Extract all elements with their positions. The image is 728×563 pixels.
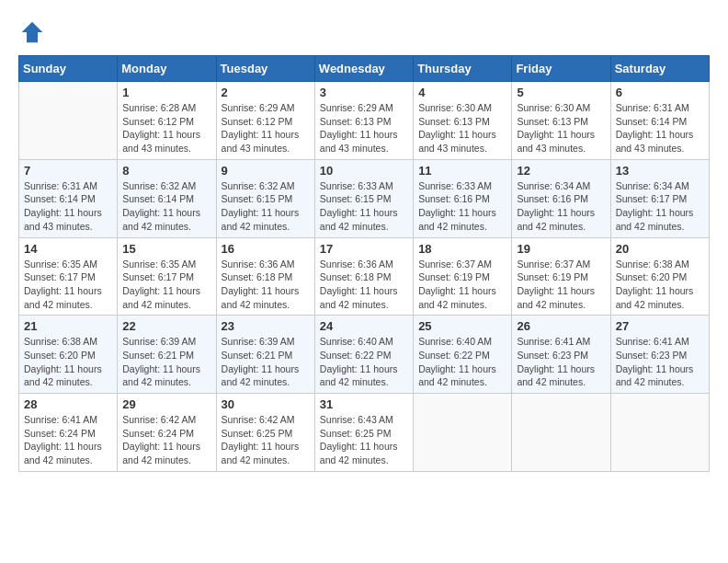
header-wednesday: Wednesday [314,56,413,82]
day-number: 15 [122,242,210,256]
header-saturday: Saturday [610,56,709,82]
day-number: 27 [616,319,704,333]
day-number: 9 [222,164,310,178]
day-info: Sunrise: 6:39 AM Sunset: 6:21 PM Dayligh… [222,335,310,389]
day-info: Sunrise: 6:35 AM Sunset: 6:17 PM Dayligh… [122,258,210,312]
day-info: Sunrise: 6:29 AM Sunset: 6:12 PM Dayligh… [222,101,310,155]
calendar-cell: 14Sunrise: 6:35 AM Sunset: 6:17 PM Dayli… [19,237,118,316]
day-number: 5 [517,86,605,99]
day-number: 22 [122,319,210,333]
day-info: Sunrise: 6:36 AM Sunset: 6:18 PM Dayligh… [320,258,408,312]
calendar-cell: 27Sunrise: 6:41 AM Sunset: 6:23 PM Dayli… [610,316,709,394]
day-number: 6 [616,86,704,99]
calendar-cell: 17Sunrise: 6:36 AM Sunset: 6:18 PM Dayli… [314,237,413,316]
calendar-week-row: 7Sunrise: 6:31 AM Sunset: 6:14 PM Daylig… [19,159,710,237]
day-number: 29 [122,397,210,411]
logo-icon [18,18,46,46]
calendar-cell: 6Sunrise: 6:31 AM Sunset: 6:14 PM Daylig… [610,82,709,160]
calendar-cell [19,82,118,160]
calendar-table: SundayMondayTuesdayWednesdayThursdayFrid… [18,55,710,472]
day-info: Sunrise: 6:34 AM Sunset: 6:16 PM Dayligh… [517,179,605,234]
day-info: Sunrise: 6:43 AM Sunset: 6:25 PM Dayligh… [320,413,408,467]
day-info: Sunrise: 6:34 AM Sunset: 6:17 PM Dayligh… [616,179,704,234]
day-number: 1 [122,86,210,99]
calendar-cell: 1Sunrise: 6:28 AM Sunset: 6:12 PM Daylig… [118,82,216,160]
header-sunday: Sunday [19,56,118,82]
day-info: Sunrise: 6:40 AM Sunset: 6:22 PM Dayligh… [320,335,408,389]
calendar-cell: 29Sunrise: 6:42 AM Sunset: 6:24 PM Dayli… [118,394,216,472]
day-info: Sunrise: 6:41 AM Sunset: 6:24 PM Dayligh… [24,413,112,467]
calendar-cell: 2Sunrise: 6:29 AM Sunset: 6:12 PM Daylig… [216,82,314,160]
calendar-cell: 4Sunrise: 6:30 AM Sunset: 6:13 PM Daylig… [414,82,512,160]
day-number: 16 [222,242,310,256]
day-number: 31 [320,397,408,411]
day-info: Sunrise: 6:31 AM Sunset: 6:14 PM Dayligh… [24,179,112,234]
calendar-cell: 7Sunrise: 6:31 AM Sunset: 6:14 PM Daylig… [19,159,118,237]
calendar-cell: 31Sunrise: 6:43 AM Sunset: 6:25 PM Dayli… [314,394,413,472]
page-header [18,18,710,46]
calendar-cell: 5Sunrise: 6:30 AM Sunset: 6:13 PM Daylig… [512,82,610,160]
day-info: Sunrise: 6:29 AM Sunset: 6:13 PM Dayligh… [320,101,408,155]
day-number: 3 [320,86,408,99]
day-info: Sunrise: 6:28 AM Sunset: 6:12 PM Dayligh… [122,101,210,155]
day-number: 17 [320,242,408,256]
day-info: Sunrise: 6:31 AM Sunset: 6:14 PM Dayligh… [616,101,704,155]
header-friday: Friday [512,56,610,82]
calendar-cell: 10Sunrise: 6:33 AM Sunset: 6:15 PM Dayli… [314,159,413,237]
day-number: 11 [418,164,506,178]
calendar-cell: 3Sunrise: 6:29 AM Sunset: 6:13 PM Daylig… [314,82,413,160]
day-number: 7 [24,164,112,178]
day-info: Sunrise: 6:39 AM Sunset: 6:21 PM Dayligh… [122,335,210,389]
day-info: Sunrise: 6:38 AM Sunset: 6:20 PM Dayligh… [24,335,112,389]
day-number: 18 [418,242,506,256]
calendar-cell [610,394,709,472]
calendar-cell: 9Sunrise: 6:32 AM Sunset: 6:15 PM Daylig… [216,159,314,237]
calendar-week-row: 1Sunrise: 6:28 AM Sunset: 6:12 PM Daylig… [19,82,710,160]
calendar-week-row: 21Sunrise: 6:38 AM Sunset: 6:20 PM Dayli… [19,316,710,394]
calendar-cell: 18Sunrise: 6:37 AM Sunset: 6:19 PM Dayli… [414,237,512,316]
day-number: 19 [517,242,605,256]
calendar-cell: 23Sunrise: 6:39 AM Sunset: 6:21 PM Dayli… [216,316,314,394]
calendar-cell: 8Sunrise: 6:32 AM Sunset: 6:14 PM Daylig… [118,159,216,237]
calendar-cell: 22Sunrise: 6:39 AM Sunset: 6:21 PM Dayli… [118,316,216,394]
day-number: 23 [222,319,310,333]
svg-marker-0 [22,22,43,43]
day-number: 14 [24,242,112,256]
calendar-cell: 19Sunrise: 6:37 AM Sunset: 6:19 PM Dayli… [512,237,610,316]
calendar-cell: 28Sunrise: 6:41 AM Sunset: 6:24 PM Dayli… [19,394,118,472]
day-info: Sunrise: 6:42 AM Sunset: 6:24 PM Dayligh… [122,413,210,467]
day-number: 20 [616,242,704,256]
day-info: Sunrise: 6:35 AM Sunset: 6:17 PM Dayligh… [24,258,112,312]
calendar-cell: 13Sunrise: 6:34 AM Sunset: 6:17 PM Dayli… [610,159,709,237]
day-info: Sunrise: 6:32 AM Sunset: 6:15 PM Dayligh… [222,179,310,234]
day-number: 10 [320,164,408,178]
calendar-cell: 20Sunrise: 6:38 AM Sunset: 6:20 PM Dayli… [610,237,709,316]
header-monday: Monday [118,56,216,82]
day-number: 4 [418,86,506,99]
day-number: 8 [122,164,210,178]
calendar-cell: 26Sunrise: 6:41 AM Sunset: 6:23 PM Dayli… [512,316,610,394]
day-info: Sunrise: 6:30 AM Sunset: 6:13 PM Dayligh… [418,101,506,155]
day-info: Sunrise: 6:42 AM Sunset: 6:25 PM Dayligh… [222,413,310,467]
calendar-cell: 11Sunrise: 6:33 AM Sunset: 6:16 PM Dayli… [414,159,512,237]
day-number: 26 [517,319,605,333]
day-number: 28 [24,397,112,411]
day-number: 2 [222,86,310,99]
day-number: 13 [616,164,704,178]
day-info: Sunrise: 6:37 AM Sunset: 6:19 PM Dayligh… [517,258,605,312]
logo [18,18,50,46]
day-number: 21 [24,319,112,333]
calendar-cell [512,394,610,472]
header-tuesday: Tuesday [216,56,314,82]
header-thursday: Thursday [414,56,512,82]
calendar-cell: 24Sunrise: 6:40 AM Sunset: 6:22 PM Dayli… [314,316,413,394]
calendar-cell: 15Sunrise: 6:35 AM Sunset: 6:17 PM Dayli… [118,237,216,316]
day-info: Sunrise: 6:30 AM Sunset: 6:13 PM Dayligh… [517,101,605,155]
day-info: Sunrise: 6:32 AM Sunset: 6:14 PM Dayligh… [122,179,210,234]
calendar-cell: 16Sunrise: 6:36 AM Sunset: 6:18 PM Dayli… [216,237,314,316]
calendar-cell: 25Sunrise: 6:40 AM Sunset: 6:22 PM Dayli… [414,316,512,394]
day-number: 25 [418,319,506,333]
day-number: 24 [320,319,408,333]
day-info: Sunrise: 6:41 AM Sunset: 6:23 PM Dayligh… [517,335,605,389]
day-info: Sunrise: 6:38 AM Sunset: 6:20 PM Dayligh… [616,258,704,312]
